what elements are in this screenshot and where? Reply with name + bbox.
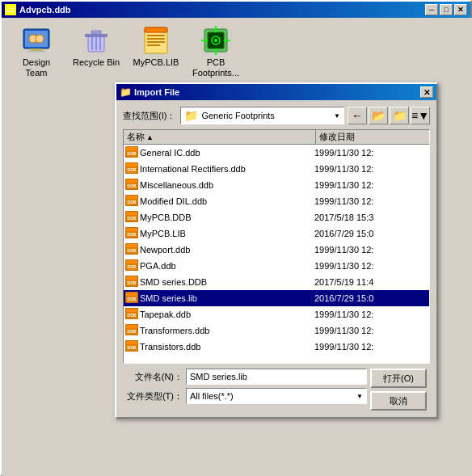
- desktop-icon-recycle-bin[interactable]: Recycle Bin: [68, 24, 124, 81]
- file-row[interactable]: DDB Modified DIL.ddb1999/11/30 12:: [124, 193, 429, 209]
- toolbar-row: ← 📂 📁 ≡▼: [348, 107, 430, 124]
- file-icon: DDB: [125, 227, 140, 241]
- title-bar: 🗂 Advpcb.ddb ─ □ ✕: [2, 2, 470, 18]
- title-bar-buttons: ─ □ ✕: [425, 4, 467, 15]
- filetype-value: All files(*.*): [190, 391, 234, 401]
- desktop-icon-pcb-footprints[interactable]: PCB Footprints...: [188, 24, 244, 81]
- svg-text:DDB: DDB: [128, 264, 137, 269]
- lookin-arrow-icon: ▼: [334, 112, 340, 120]
- file-name: MyPCB.LIB: [140, 229, 314, 238]
- svg-rect-54: [126, 293, 137, 296]
- svg-rect-17: [147, 44, 160, 46]
- file-name: Tapepak.ddb: [140, 310, 314, 319]
- file-row[interactable]: DDB Tapepak.ddb1999/11/30 12:: [124, 306, 429, 322]
- lookin-label: 查找范围(I)：: [123, 110, 175, 122]
- svg-rect-63: [126, 341, 137, 344]
- filetype-label: 文件类型(T)：: [126, 390, 183, 402]
- file-list[interactable]: DDB General IC.ddb1999/11/30 12: DDB Int…: [124, 145, 429, 364]
- desktop-icons: Design Team Recycle Bin: [2, 18, 472, 87]
- mypcb-lib-label: MyPCB.LIB: [132, 57, 181, 69]
- file-row[interactable]: DDB SMD series.lib2016/7/29 15:0: [124, 290, 429, 306]
- file-row[interactable]: DDB International Rectifiers.ddb1999/11/…: [124, 161, 429, 177]
- pcb-footprints-label: PCB Footprints...: [191, 57, 241, 79]
- column-name-header[interactable]: 名称 ▲: [124, 130, 316, 144]
- file-icon: DDB: [125, 308, 140, 322]
- file-row[interactable]: DDB MyPCB.LIB2016/7/29 15:0: [124, 225, 429, 242]
- file-name: Newport.ddb: [140, 245, 314, 255]
- svg-text:DDB: DDB: [128, 200, 137, 204]
- file-icon: DDB: [125, 324, 140, 338]
- file-icon: DDB: [125, 211, 140, 225]
- open-button[interactable]: 打开(O): [370, 369, 427, 388]
- svg-rect-39: [126, 212, 137, 215]
- svg-text:DDB: DDB: [128, 151, 137, 156]
- svg-rect-16: [147, 41, 165, 43]
- file-row[interactable]: DDB MyPCB.DDB2017/5/18 15:3: [124, 209, 429, 225]
- file-date: 2017/5/19 11:4: [314, 277, 428, 287]
- svg-rect-27: [126, 147, 137, 150]
- view-button[interactable]: ≡▼: [411, 107, 430, 124]
- svg-text:DDB: DDB: [128, 167, 137, 172]
- file-icon: DDB: [125, 162, 140, 176]
- minimize-button[interactable]: ─: [425, 4, 438, 15]
- file-row[interactable]: DDB Transistors.ddb1999/11/30 12:: [124, 339, 429, 355]
- svg-rect-33: [126, 179, 137, 183]
- file-row[interactable]: DDB SMD series.DDB2017/5/19 11:4: [124, 274, 429, 290]
- desktop-area: Design Team Recycle Bin: [2, 18, 472, 476]
- dialog-title-icon: 📁: [120, 86, 131, 98]
- new-folder-button[interactable]: 📁: [390, 107, 409, 124]
- close-button[interactable]: ✕: [454, 4, 467, 15]
- desktop-icon-mypcb-lib[interactable]: MyPCB.LIB: [128, 24, 184, 81]
- file-row[interactable]: DDB Miscellaneous.ddb1999/11/30 12:: [124, 177, 429, 193]
- file-icon: DDB: [125, 276, 140, 289]
- svg-rect-15: [147, 38, 165, 40]
- design-team-label: Design Team: [21, 57, 52, 79]
- dialog-close-button[interactable]: ✕: [420, 86, 433, 98]
- nav-up-button[interactable]: 📂: [369, 107, 388, 124]
- recycle-bin-icon: [82, 26, 111, 55]
- file-row[interactable]: DDB PGA.ddb1999/11/30 12:: [124, 258, 429, 274]
- file-date: 1999/11/30 12:: [314, 180, 428, 190]
- file-icon: DDB: [125, 179, 140, 192]
- lookin-row: 查找范围(I)： 📁 Generic Footprints ▼ ← 📂 📁 ≡▼: [123, 107, 430, 124]
- folder-icon: 📁: [184, 109, 198, 122]
- filename-row: 文件名(N)：: [126, 369, 367, 385]
- desktop-icon-design-team[interactable]: Design Team: [8, 24, 65, 81]
- column-date-header[interactable]: 修改日期: [316, 130, 429, 144]
- file-row[interactable]: DDB Newport.ddb1999/11/30 12:: [124, 242, 429, 258]
- filetype-dropdown[interactable]: All files(*.*) ▼: [186, 388, 367, 404]
- filetype-arrow-icon: ▼: [356, 393, 363, 400]
- import-file-dialog: 📁 Import File ✕ 查找范围(I)： 📁 Generic Footp…: [115, 82, 438, 419]
- svg-rect-57: [126, 309, 137, 312]
- filename-input[interactable]: [186, 369, 367, 385]
- nav-back-button[interactable]: ←: [348, 107, 367, 124]
- main-window: 🗂 Advpcb.ddb ─ □ ✕: [0, 0, 472, 476]
- svg-rect-3: [27, 51, 46, 53]
- filename-label: 文件名(N)：: [126, 371, 183, 383]
- recycle-bin-label: Recycle Bin: [71, 57, 121, 69]
- cancel-button[interactable]: 取消: [370, 391, 427, 411]
- lookin-value: Generic Footprints: [201, 111, 331, 120]
- svg-text:DDB: DDB: [128, 216, 137, 221]
- file-row[interactable]: DDB Transformers.ddb1999/11/30 12:: [124, 322, 429, 339]
- file-icon: DDB: [125, 292, 140, 305]
- design-team-icon: [22, 26, 51, 55]
- dialog-title-bar: 📁 Import File ✕: [116, 84, 436, 100]
- svg-rect-13: [145, 27, 167, 32]
- lookin-dropdown[interactable]: 📁 Generic Footprints ▼: [180, 107, 344, 124]
- svg-rect-51: [126, 276, 137, 280]
- svg-text:DDB: DDB: [128, 280, 137, 285]
- file-name: SMD series.DDB: [140, 277, 314, 287]
- svg-text:DDB: DDB: [128, 183, 137, 188]
- file-list-container: 名称 ▲ 修改日期 DDB General IC.ddb1999/11/30 1…: [123, 129, 430, 364]
- maximize-button[interactable]: □: [440, 4, 453, 15]
- dialog-title: Import File: [134, 87, 420, 97]
- file-date: 2017/5/18 15:3: [314, 213, 428, 222]
- bottom-buttons: 打开(O) 取消: [370, 369, 427, 411]
- svg-rect-42: [126, 228, 137, 231]
- file-row[interactable]: DDB General IC.ddb1999/11/30 12:: [124, 145, 429, 161]
- file-name: International Rectifiers.ddb: [140, 164, 314, 174]
- file-date: 1999/11/30 12:: [314, 164, 428, 174]
- file-icon: DDB: [125, 146, 140, 160]
- svg-text:DDB: DDB: [128, 297, 137, 301]
